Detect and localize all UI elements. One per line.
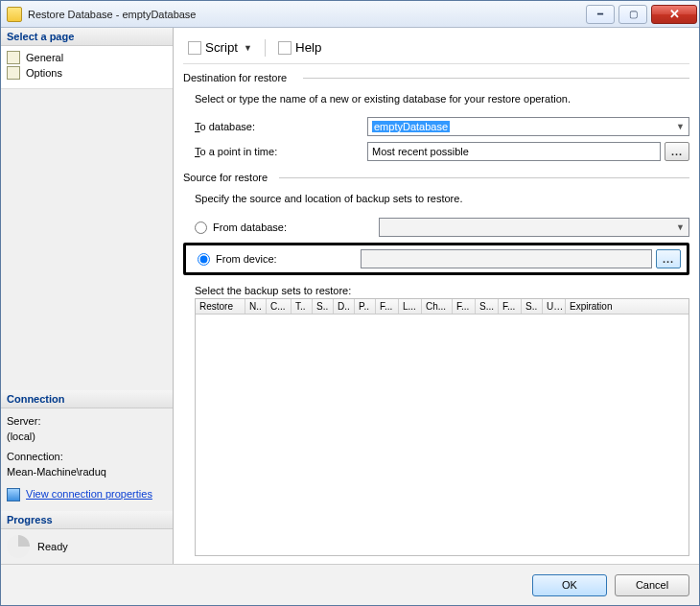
script-button[interactable]: Script ▼ xyxy=(183,37,257,58)
script-icon xyxy=(188,41,201,55)
col-server[interactable]: S.. xyxy=(313,299,334,314)
server-value: (local) xyxy=(7,430,167,444)
ok-button[interactable]: OK xyxy=(532,574,607,596)
chevron-down-icon: ▼ xyxy=(244,43,252,53)
view-connection-label: View connection properties xyxy=(26,487,152,501)
col-type[interactable]: T.. xyxy=(292,299,313,314)
toolbar-separator xyxy=(265,39,266,57)
minimize-button[interactable]: ━ xyxy=(586,5,615,24)
sidebar: Select a page General Options Connection… xyxy=(1,28,174,564)
page-icon xyxy=(7,51,20,64)
destination-group: Destination for restore Select or type t… xyxy=(183,72,689,164)
col-user-name[interactable]: U... xyxy=(543,299,566,314)
to-point-in-time-label: To a point in time: xyxy=(195,146,358,157)
col-full-lsn[interactable]: F... xyxy=(453,299,476,314)
from-database-combo: ▼ xyxy=(379,218,689,237)
col-position[interactable]: P.. xyxy=(355,299,376,314)
toolbar: Script ▼ Help xyxy=(183,35,689,64)
connection-link-icon xyxy=(7,488,20,501)
window-titlebar: Restore Database - emptyDatabase ━ ▢ ✕ xyxy=(1,1,699,28)
col-restore[interactable]: Restore xyxy=(196,299,245,314)
to-point-in-time-value: Most recent possible xyxy=(372,146,469,157)
progress-header: Progress xyxy=(1,511,173,529)
from-database-label: From database: xyxy=(213,221,287,233)
select-page-header: Select a page xyxy=(1,28,173,46)
col-size[interactable]: S.. xyxy=(522,299,543,314)
page-list: General Options xyxy=(1,46,173,89)
from-database-radio[interactable]: From database: xyxy=(195,221,369,234)
maximize-button[interactable]: ▢ xyxy=(618,5,647,24)
from-device-browse-button[interactable]: ... xyxy=(656,249,681,268)
progress-text: Ready xyxy=(37,541,68,552)
from-device-row: From device: ... xyxy=(183,243,689,275)
col-start-date[interactable]: S... xyxy=(476,299,499,314)
connection-value: Mean-Machine\raduq xyxy=(7,465,167,479)
to-point-in-time-field[interactable]: Most recent possible xyxy=(367,142,661,161)
from-database-radio-input[interactable] xyxy=(195,221,207,234)
progress-state: Ready xyxy=(1,529,173,564)
to-database-value: emptyDatabase xyxy=(372,121,450,132)
cancel-button[interactable]: Cancel xyxy=(615,574,689,596)
backup-sets-grid[interactable]: Restore N.. C... T.. S.. D.. P.. F... L.… xyxy=(195,298,689,556)
grid-header: Restore N.. C... T.. S.. D.. P.. F... L.… xyxy=(196,299,688,315)
from-device-radio-input[interactable] xyxy=(198,253,210,266)
dialog-button-bar: OK Cancel xyxy=(1,565,699,605)
grid-body xyxy=(196,315,688,555)
source-hint: Specify the source and location of backu… xyxy=(183,189,689,214)
connection-info: Server: (local) Connection: Mean-Machine… xyxy=(1,408,173,511)
connection-label: Connection: xyxy=(7,450,167,464)
server-label: Server: xyxy=(7,414,167,429)
backup-sets-label: Select the backup sets to restore: xyxy=(183,279,689,298)
destination-hint: Select or type the name of a new or exis… xyxy=(183,89,689,114)
app-icon xyxy=(7,7,22,22)
view-connection-link[interactable]: View connection properties xyxy=(7,487,152,501)
col-last-lsn[interactable]: L... xyxy=(399,299,422,314)
from-device-field xyxy=(361,249,652,268)
source-legend: Source for restore xyxy=(183,172,689,183)
col-database[interactable]: D.. xyxy=(334,299,355,314)
page-options-label: Options xyxy=(26,67,62,79)
page-general[interactable]: General xyxy=(5,50,169,65)
col-checkpoint-lsn[interactable]: Ch... xyxy=(422,299,453,314)
source-group: Source for restore Specify the source an… xyxy=(183,172,689,556)
col-finish-date[interactable]: F... xyxy=(499,299,522,314)
col-component[interactable]: C... xyxy=(267,299,292,314)
destination-legend: Destination for restore xyxy=(183,72,689,83)
col-expiration[interactable]: Expiration xyxy=(566,299,688,314)
content-panel: Script ▼ Help Destination for restore Se… xyxy=(174,28,699,564)
from-device-label: From device: xyxy=(216,253,277,265)
help-label: Help xyxy=(295,40,321,55)
col-first-lsn[interactable]: F... xyxy=(376,299,399,314)
to-database-label: To database: xyxy=(195,121,358,132)
window-title: Restore Database - emptyDatabase xyxy=(28,9,582,20)
connection-header: Connection xyxy=(1,390,173,408)
help-button[interactable]: Help xyxy=(273,37,326,58)
chevron-down-icon: ▼ xyxy=(676,122,685,131)
col-name[interactable]: N.. xyxy=(245,299,267,314)
page-general-label: General xyxy=(26,52,63,63)
to-database-combo[interactable]: emptyDatabase ▼ xyxy=(367,117,689,136)
close-button[interactable]: ✕ xyxy=(651,5,697,24)
from-device-radio[interactable]: From device: xyxy=(198,253,361,266)
from-database-row: From database: ▼ xyxy=(183,214,689,241)
progress-spinner-icon xyxy=(7,535,30,558)
help-icon xyxy=(278,41,292,55)
chevron-down-icon: ▼ xyxy=(676,222,685,232)
page-options[interactable]: Options xyxy=(5,65,169,81)
script-label: Script xyxy=(205,40,238,55)
page-icon xyxy=(7,66,20,80)
point-in-time-browse-button[interactable]: ... xyxy=(665,142,689,161)
